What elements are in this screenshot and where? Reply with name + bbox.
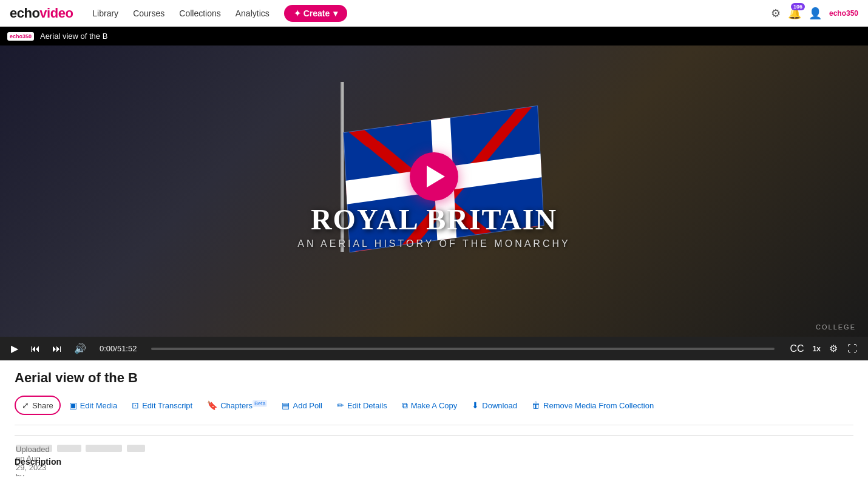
media-title: Aerial view of the B	[15, 370, 853, 386]
echo350-logo: echo350	[829, 9, 858, 18]
remove-media-icon: 🗑	[532, 400, 540, 410]
play-button[interactable]	[410, 152, 458, 201]
edit-details-button[interactable]: ✏ Edit Details	[331, 397, 393, 414]
volume-button[interactable]: 🔊	[73, 342, 87, 356]
below-video-section: Aerial view of the B ⤢ Share ▣ Edit Medi…	[0, 360, 868, 476]
download-button[interactable]: ⬇ Download	[466, 397, 523, 414]
edit-transcript-button[interactable]: ⊡ Edit Transcript	[126, 397, 198, 414]
fullscreen-button[interactable]: ⛶	[846, 342, 858, 356]
make-copy-label: Make A Copy	[411, 401, 458, 410]
add-poll-icon: ▤	[282, 400, 290, 410]
chapters-label: ChaptersBeta	[220, 400, 267, 410]
notification-badge: 106	[791, 3, 805, 10]
make-copy-icon: ⧉	[402, 400, 408, 411]
logo-echo-text: echovideo	[10, 5, 73, 21]
settings-video-button[interactable]: ⚙	[828, 342, 839, 356]
video-controls: ▶ ⏮ ⏭ 🔊 0:00/51:52 CC 1x ⚙ ⛶	[0, 337, 868, 360]
video-title-logo: echo350	[7, 32, 34, 41]
upload-date-text: Uploaded on Aug 29, 2023 by	[16, 445, 52, 452]
nav-collections[interactable]: Collections	[179, 8, 220, 18]
fast-forward-button[interactable]: ⏭	[51, 342, 63, 356]
nav-analytics[interactable]: Analytics	[236, 8, 270, 18]
create-label: ✦ Create	[294, 8, 330, 18]
captions-button[interactable]: CC	[789, 342, 805, 356]
speed-button[interactable]: 1x	[813, 345, 821, 353]
edit-transcript-icon: ⊡	[132, 400, 139, 410]
play-pause-button[interactable]: ▶	[10, 342, 19, 356]
uploader-avatar-placeholder	[57, 445, 81, 452]
share-label: Share	[32, 401, 53, 410]
remove-media-label: Remove Media From Collection	[543, 401, 654, 410]
edit-details-label: Edit Details	[347, 401, 387, 410]
nav-courses[interactable]: Courses	[133, 8, 164, 18]
play-icon	[427, 166, 445, 187]
nav-links: Library Courses Collections Analytics ✦ …	[92, 5, 771, 22]
uploader-extra-placeholder	[127, 445, 145, 452]
settings-button[interactable]: ⚙	[771, 7, 781, 20]
logo-echo-part: echo	[10, 5, 39, 21]
chapters-icon: 🔖	[207, 400, 217, 410]
edit-transcript-label: Edit Transcript	[142, 401, 192, 410]
uploader-name-placeholder	[86, 445, 122, 452]
share-button[interactable]: ⤢ Share	[15, 396, 61, 415]
edit-details-icon: ✏	[337, 400, 344, 410]
logo-video-part: video	[39, 5, 73, 21]
video-title-bar: echo350 Aerial view of the B	[0, 27, 868, 46]
video-subtitle: AN AERIAL HISTORY OF THE MONARCHY	[297, 238, 570, 249]
edit-media-button[interactable]: ▣ Edit Media	[63, 397, 123, 414]
divider	[15, 435, 853, 436]
meta-row: Uploaded on Aug 29, 2023 by	[15, 443, 853, 452]
app-logo: echovideo	[10, 5, 73, 21]
action-bar: ⤢ Share ▣ Edit Media ⊡ Edit Transcript 🔖…	[15, 396, 853, 425]
user-profile-button[interactable]: 👤	[809, 7, 822, 20]
time-display: 0:00/51:52	[100, 344, 137, 353]
create-chevron-icon: ▾	[333, 8, 337, 18]
share-icon: ⤢	[22, 400, 29, 410]
download-icon: ⬇	[472, 400, 479, 410]
controls-right: CC 1x ⚙ ⛶	[789, 342, 858, 356]
description-label: Description	[15, 457, 853, 467]
video-frame: ROYAL BRITAIN AN AERIAL HISTORY OF THE M…	[0, 46, 868, 337]
top-navigation: echovideo Library Courses Collections An…	[0, 0, 868, 27]
chapters-button[interactable]: 🔖 ChaptersBeta	[201, 397, 273, 414]
video-title-bar-text: Aerial view of the B	[40, 32, 107, 41]
video-overlay-text: ROYAL BRITAIN AN AERIAL HISTORY OF THE M…	[297, 203, 570, 249]
download-label: Download	[482, 401, 517, 410]
notifications-button[interactable]: 🔔 106	[788, 7, 801, 20]
edit-media-icon: ▣	[69, 400, 77, 410]
add-poll-label: Add Poll	[293, 401, 322, 410]
edit-media-label: Edit Media	[80, 401, 117, 410]
create-button[interactable]: ✦ Create ▾	[284, 5, 347, 22]
add-poll-button[interactable]: ▤ Add Poll	[276, 397, 328, 414]
make-copy-button[interactable]: ⧉ Make A Copy	[396, 397, 464, 414]
video-container: echo350 Aerial view of the B ROYAL BRITA…	[0, 27, 868, 360]
rewind-button[interactable]: ⏮	[29, 342, 41, 356]
nav-library[interactable]: Library	[92, 8, 118, 18]
progress-bar[interactable]	[151, 348, 774, 350]
college-watermark: COLLEGE	[816, 323, 856, 331]
video-main-title: ROYAL BRITAIN	[297, 203, 570, 236]
nav-right: ⚙ 🔔 106 👤 echo350	[771, 7, 858, 20]
remove-media-button[interactable]: 🗑 Remove Media From Collection	[526, 397, 660, 414]
